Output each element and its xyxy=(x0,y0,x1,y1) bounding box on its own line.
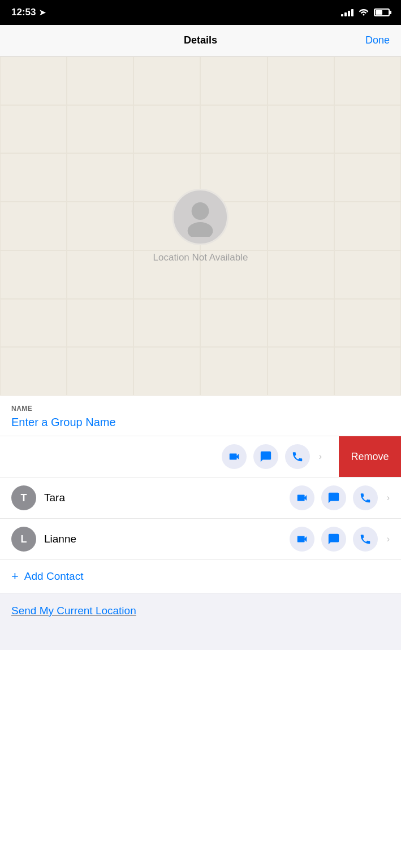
message-icon xyxy=(260,450,272,463)
map-grid-cell xyxy=(133,299,200,348)
video-call-button-lianne[interactable] xyxy=(290,527,314,552)
add-contact-plus-icon: + xyxy=(11,570,19,583)
location-unavailable-text: Location Not Available xyxy=(153,252,248,263)
location-arrow-icon: ➤ xyxy=(39,8,46,17)
swiped-row-inner: nai › xyxy=(0,436,333,477)
chevron-right-icon: › xyxy=(387,534,390,544)
phone-icon xyxy=(359,492,372,504)
map-grid-cell xyxy=(133,57,200,105)
phone-icon xyxy=(359,533,372,545)
nav-bar: Details Done xyxy=(0,25,401,57)
map-grid-cell xyxy=(0,299,67,348)
map-grid-cell xyxy=(67,250,133,299)
map-grid-cell xyxy=(67,347,133,396)
map-grid-cell xyxy=(334,299,401,348)
map-grid-cell xyxy=(334,202,401,250)
swiped-contact-row[interactable]: nai › Remo xyxy=(0,436,401,478)
map-grid-cell xyxy=(334,347,401,396)
map-grid-cell xyxy=(200,299,267,348)
add-contact-label[interactable]: Add Contact xyxy=(24,570,84,583)
status-bar: 12:53 ➤ xyxy=(0,0,401,25)
message-button-tara[interactable] xyxy=(321,485,346,510)
name-label: NAME xyxy=(11,405,390,413)
map-grid-cell xyxy=(268,347,334,396)
battery-icon xyxy=(374,8,390,16)
contact-actions-lianne: › xyxy=(290,527,390,552)
done-button[interactable]: Done xyxy=(365,34,390,46)
send-location-button[interactable]: Send My Current Location xyxy=(11,605,136,617)
map-grid-cell xyxy=(200,57,267,105)
contact-name-tara: Tara xyxy=(44,492,290,504)
map-grid-cell xyxy=(133,105,200,154)
message-button-lianne[interactable] xyxy=(321,527,346,552)
map-grid-cell xyxy=(67,57,133,105)
map-grid-cell xyxy=(133,347,200,396)
chevron-right-icon: › xyxy=(319,452,322,462)
group-name-input[interactable] xyxy=(11,416,390,429)
map-grid-cell xyxy=(268,202,334,250)
video-icon xyxy=(296,533,308,545)
map-grid-cell xyxy=(268,105,334,154)
signal-icon xyxy=(341,9,353,16)
video-icon xyxy=(228,450,240,463)
contact-actions-tara: › xyxy=(290,485,390,510)
contact-row-tara[interactable]: T Tara › xyxy=(0,478,401,519)
contact-actions: › xyxy=(222,444,322,469)
map-grid-cell xyxy=(200,105,267,154)
contact-row-lianne[interactable]: L Lianne › xyxy=(0,519,401,560)
person-icon xyxy=(180,197,220,237)
video-call-button[interactable] xyxy=(222,444,247,469)
map-grid-cell xyxy=(268,299,334,348)
map-center-content: Location Not Available xyxy=(153,189,248,263)
map-grid-cell xyxy=(0,347,67,396)
map-grid-cell xyxy=(67,299,133,348)
svg-point-1 xyxy=(188,222,213,237)
phone-icon xyxy=(291,450,304,463)
video-call-button-tara[interactable] xyxy=(290,485,314,510)
message-button[interactable] xyxy=(253,444,278,469)
map-grid-cell xyxy=(0,202,67,250)
status-bar-right xyxy=(341,7,390,18)
phone-button-lianne[interactable] xyxy=(353,527,378,552)
map-grid-cell xyxy=(334,57,401,105)
map-grid-cell xyxy=(268,153,334,202)
map-grid-cell xyxy=(334,153,401,202)
avatar-tara: T xyxy=(11,485,36,510)
status-bar-left: 12:53 ➤ xyxy=(11,7,46,18)
map-grid-cell xyxy=(334,250,401,299)
content-area: NAME nai xyxy=(0,396,401,593)
map-grid-cell xyxy=(0,105,67,154)
map-grid-cell xyxy=(268,57,334,105)
time-display: 12:53 xyxy=(11,7,36,18)
map-grid-cell xyxy=(0,153,67,202)
map-grid-cell xyxy=(268,250,334,299)
add-contact-row[interactable]: + Add Contact xyxy=(0,560,401,593)
contact-name-lianne: Lianne xyxy=(44,533,290,545)
remove-button[interactable]: Remove xyxy=(339,436,401,477)
map-grid-cell xyxy=(200,347,267,396)
chevron-right-icon: › xyxy=(387,493,390,503)
map-grid-cell xyxy=(67,202,133,250)
phone-button[interactable] xyxy=(285,444,310,469)
avatar-lianne: L xyxy=(11,527,36,552)
map-grid-cell xyxy=(334,105,401,154)
wifi-icon xyxy=(358,7,369,18)
name-section: NAME xyxy=(0,396,401,436)
svg-point-0 xyxy=(192,202,209,220)
message-icon xyxy=(327,533,340,545)
page-title: Details xyxy=(184,34,217,46)
video-icon xyxy=(296,492,308,504)
avatar xyxy=(172,189,228,245)
bottom-area: Send My Current Location xyxy=(0,593,401,650)
message-icon xyxy=(327,492,340,504)
map-grid-cell xyxy=(0,250,67,299)
phone-button-tara[interactable] xyxy=(353,485,378,510)
map-grid-cell xyxy=(67,105,133,154)
map-area: Location Not Available xyxy=(0,57,401,396)
map-grid-cell xyxy=(67,153,133,202)
map-grid-cell xyxy=(0,57,67,105)
